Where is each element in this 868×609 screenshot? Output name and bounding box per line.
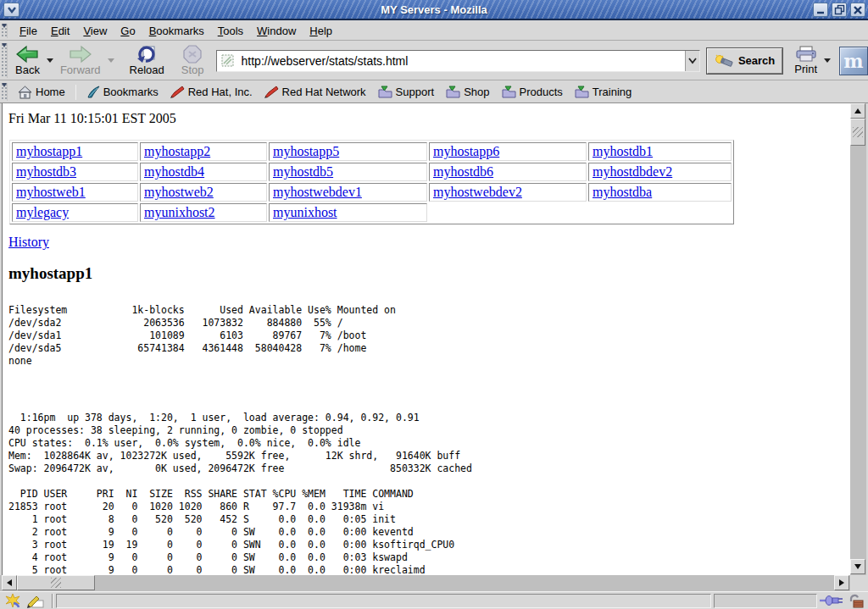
forward-button[interactable]: Forward (57, 43, 104, 79)
host-link-cell: myhostdb6 (429, 163, 587, 181)
process-list-output: PID USER PRI NI SIZE RSS SHARE STAT %CPU… (8, 488, 454, 575)
vertical-scrollbar[interactable] (850, 103, 866, 575)
personal-toolbar: Home Bookmarks Red Hat, Inc. Red Hat Net… (0, 81, 868, 103)
host-link-cell: myunixhost (269, 203, 427, 222)
host-link[interactable]: myunixhost (273, 205, 337, 219)
progress-bar (714, 594, 817, 608)
host-link[interactable]: myhostapp1 (16, 144, 82, 158)
bookmark-item-label: Bookmarks (103, 86, 159, 98)
up-arrow-icon (854, 108, 861, 113)
search-label: Search (738, 54, 775, 67)
host-link[interactable]: myhostdb1 (593, 144, 653, 158)
host-link[interactable]: myhostapp5 (273, 144, 339, 158)
reload-button[interactable]: Reload (126, 43, 168, 79)
back-dropdown-arrow[interactable] (47, 58, 53, 63)
host-link[interactable]: myhostapp6 (433, 144, 499, 158)
stop-button[interactable]: Stop (178, 43, 208, 79)
minimize-icon (815, 5, 826, 15)
thumb-grip (851, 119, 865, 145)
host-link[interactable]: myhostdba (593, 185, 652, 199)
table-row: myhostdb3 myhostdb4 myhostdb5 myhostdb6 … (12, 163, 732, 181)
collapse-arrow-icon (2, 24, 7, 28)
host-link-cell: myhostdbdev2 (588, 163, 732, 181)
menu-window[interactable]: Window (251, 22, 302, 40)
thumb-grip (18, 576, 94, 590)
folder-icon (575, 86, 589, 98)
host-link[interactable]: myhostdb4 (144, 164, 204, 179)
scroll-down-button[interactable] (850, 559, 865, 574)
menu-go[interactable]: Go (114, 22, 141, 40)
horizontal-scroll-thumb[interactable] (17, 575, 95, 590)
bookmark-folder-products[interactable]: Products (498, 84, 567, 100)
folder-icon (502, 86, 516, 98)
url-bar (216, 50, 700, 72)
statusbar-separator (52, 594, 53, 608)
browser-window: MY Servers - Mozilla File Edit View Go B… (0, 0, 868, 609)
bookmark-folder-shop[interactable]: Shop (442, 84, 493, 100)
throbber-mozilla-logo[interactable]: m (839, 47, 868, 75)
reload-label: Reload (130, 64, 164, 76)
search-button[interactable]: Search (707, 48, 782, 74)
navigator-icon[interactable] (5, 594, 22, 608)
navbar-grippy[interactable] (1, 43, 8, 78)
close-button[interactable] (850, 3, 865, 17)
df-output: Filesystem 1k-blocks Used Available Use%… (8, 304, 396, 368)
bookmark-item-redhat-inc[interactable]: Red Hat, Inc. (166, 84, 257, 100)
host-link[interactable]: myhostwebdev2 (433, 185, 522, 199)
host-link[interactable]: myhostweb2 (144, 185, 214, 199)
host-link[interactable]: myhostwebdev1 (273, 185, 362, 199)
online-status-button[interactable] (820, 595, 843, 606)
url-dropdown-button[interactable] (685, 51, 699, 71)
host-link[interactable]: myhostapp2 (144, 144, 210, 158)
host-link[interactable]: myhostdb5 (273, 164, 333, 179)
page-content: Fri Mar 11 10:15:01 EST 2005 myhostapp1 … (2, 103, 850, 575)
menu-edit[interactable]: Edit (45, 22, 75, 40)
composer-icon[interactable] (27, 594, 44, 608)
host-link[interactable]: mylegacy (16, 205, 69, 219)
back-button[interactable]: Back (12, 43, 43, 79)
navigation-toolbar: Back Forward Reload (0, 42, 868, 80)
menu-tools[interactable]: Tools (212, 22, 249, 40)
minimize-button[interactable] (813, 3, 828, 17)
bookmark-item-bookmarks[interactable]: Bookmarks (82, 84, 163, 101)
red-marker-icon (264, 86, 279, 98)
vertical-scroll-thumb[interactable] (850, 119, 865, 146)
print-button[interactable]: Print (791, 43, 821, 79)
maximize-button[interactable] (832, 3, 847, 17)
host-link[interactable]: myhostweb1 (16, 185, 86, 199)
bookmark-item-label: Red Hat, Inc. (188, 86, 253, 98)
folder-icon (446, 86, 460, 98)
menu-file[interactable]: File (14, 22, 43, 40)
bookmark-item-label: Red Hat Network (282, 86, 366, 98)
menu-help[interactable]: Help (303, 22, 338, 40)
forward-dropdown-arrow[interactable] (108, 58, 114, 63)
bookmark-item-redhat-network[interactable]: Red Hat Network (260, 84, 370, 100)
history-link[interactable]: History (8, 235, 49, 249)
bookmark-item-home[interactable]: Home (14, 84, 70, 101)
host-link-cell: myhostapp1 (12, 142, 138, 161)
horizontal-scrollbar[interactable] (0, 575, 850, 591)
scroll-up-button[interactable] (850, 103, 865, 119)
print-dropdown-arrow[interactable] (824, 58, 831, 63)
bookmark-folder-support[interactable]: Support (374, 84, 439, 100)
url-input[interactable] (242, 52, 685, 70)
menu-bookmarks[interactable]: Bookmarks (143, 22, 210, 40)
host-link[interactable]: myunixhost2 (144, 205, 215, 219)
security-button[interactable] (846, 594, 866, 608)
host-link[interactable]: myhostdbdev2 (593, 164, 672, 179)
host-link-cell: myhostapp6 (429, 142, 587, 161)
host-link[interactable]: myhostdb3 (16, 164, 76, 179)
host-link[interactable]: myhostdb6 (433, 164, 493, 179)
scroll-right-button[interactable] (834, 575, 849, 590)
forward-icon (69, 45, 92, 64)
print-label: Print (794, 63, 817, 75)
persbar-grippy[interactable] (1, 83, 8, 101)
menu-view[interactable]: View (77, 22, 113, 40)
print-icon (795, 46, 817, 63)
restore-icon (834, 4, 845, 15)
host-link-cell: myhostdb4 (140, 163, 267, 181)
bookmark-folder-training[interactable]: Training (570, 84, 636, 100)
open-lock-icon (849, 594, 865, 608)
scroll-left-button[interactable] (2, 575, 17, 590)
menubar-grippy[interactable] (1, 24, 8, 38)
